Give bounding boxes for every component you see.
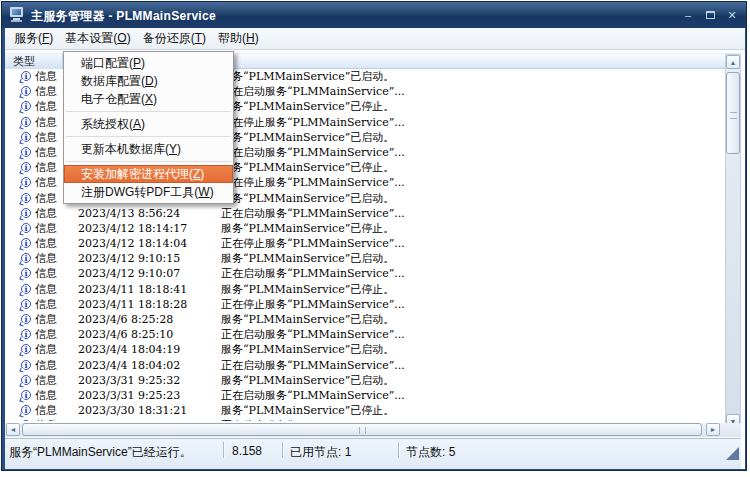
header-type-column[interactable]: 类型 xyxy=(5,54,63,69)
info-icon: i xyxy=(21,375,31,385)
log-message: 正在启动服务“PLMMainService”... xyxy=(221,359,405,372)
log-message: 正在停止服务“PLMMainService”... xyxy=(221,176,405,189)
menu-item-a[interactable]: 系统授权(A) xyxy=(64,115,233,133)
log-time: 2023/3/31 9:25:32 xyxy=(78,374,180,387)
info-icon: i xyxy=(21,101,31,111)
scroll-right-icon[interactable]: ► xyxy=(706,423,720,436)
log-message: 正在停止服务“PLMMainService”... xyxy=(221,298,405,311)
resize-grip[interactable] xyxy=(726,447,739,460)
menu-item-d[interactable]: 数据库配置(D) xyxy=(64,72,233,90)
info-icon: i xyxy=(21,147,31,157)
info-icon: i xyxy=(21,268,31,278)
log-type: 信息 xyxy=(35,116,57,129)
log-time: 2023/4/12 9:10:07 xyxy=(78,267,180,280)
log-type: 信息 xyxy=(35,283,57,296)
log-message: 正在停止服务“PLMMainService”... xyxy=(221,237,405,250)
log-row[interactable]: i信息2023/4/6 8:25:28服务“PLMMainService”已启动… xyxy=(5,312,722,327)
log-message: 正在启动服务“PLMMainService”... xyxy=(221,267,405,280)
log-row[interactable]: i信息2023/4/12 18:14:17服务“PLMMainService”已… xyxy=(5,221,722,236)
horizontal-scroll-thumb[interactable] xyxy=(22,423,702,436)
menu-item-y[interactable]: 更新本机数据库(Y) xyxy=(64,140,233,158)
log-time: 2023/3/30 18:31:21 xyxy=(78,404,187,417)
main-window: 主服务管理器 - PLMMainService – ✕ 服务(F)基本设置(O)… xyxy=(1,1,747,471)
log-message: 服务“PLMMainService”已停止。 xyxy=(221,283,394,296)
app-icon xyxy=(10,7,26,22)
maximize-button[interactable] xyxy=(702,7,718,23)
log-message: 服务“PLMMainService”已启动。 xyxy=(221,70,394,83)
log-message: 正在启动服务“PLMMainService”... xyxy=(221,328,405,341)
maximize-icon xyxy=(706,11,715,19)
info-icon: i xyxy=(21,284,31,294)
log-type: 信息 xyxy=(35,176,57,189)
menubar-item-f[interactable]: 服务(F) xyxy=(8,28,59,49)
log-message: 正在启动服务“PLMMainService”... xyxy=(221,85,405,98)
log-row[interactable]: i信息2023/4/13 8:56:24正在启动服务“PLMMainServic… xyxy=(5,206,722,221)
log-type: 信息 xyxy=(35,359,57,372)
log-row[interactable]: i信息2023/3/30 18:31:08正在停止服务“PLMMainServi… xyxy=(5,418,722,421)
log-message: 服务“PLMMainService”已启动。 xyxy=(221,313,394,326)
log-time: 2023/4/13 8:56:24 xyxy=(78,207,180,220)
info-icon: i xyxy=(21,86,31,96)
info-icon: i xyxy=(21,162,31,172)
log-type: 信息 xyxy=(35,252,57,265)
log-row[interactable]: i信息2023/4/12 9:10:07正在启动服务“PLMMainServic… xyxy=(5,266,722,281)
info-icon: i xyxy=(21,223,31,233)
log-row[interactable]: i信息2023/4/4 18:04:19服务“PLMMainService”已启… xyxy=(5,342,722,357)
log-row[interactable]: i信息2023/4/4 18:04:02正在启动服务“PLMMainServic… xyxy=(5,358,722,373)
scroll-left-icon[interactable]: ◄ xyxy=(6,423,20,436)
log-row[interactable]: i信息2023/3/31 9:25:23正在启动服务“PLMMainServic… xyxy=(5,388,722,403)
log-type: 信息 xyxy=(35,222,57,235)
close-button[interactable]: ✕ xyxy=(724,7,740,23)
log-time: 2023/4/4 18:04:02 xyxy=(78,359,180,372)
info-icon: i xyxy=(21,299,31,309)
log-type: 信息 xyxy=(35,70,57,83)
menubar-item-t[interactable]: 备份还原(T) xyxy=(137,28,212,49)
menu-separator xyxy=(66,161,231,162)
menubar-item-h[interactable]: 帮助(H) xyxy=(212,28,265,49)
statusbar: 服务“PLMMainService”已经运行。 8.158 已用节点: 1 节点… xyxy=(5,438,741,469)
menubar-item-o[interactable]: 基本设置(O) xyxy=(59,28,136,49)
info-icon: i xyxy=(21,405,31,415)
menu-item-z[interactable]: 安装加解密进程代理(Z) xyxy=(64,165,233,183)
log-type: 信息 xyxy=(35,237,57,250)
log-type: 信息 xyxy=(35,207,57,220)
info-icon: i xyxy=(21,177,31,187)
log-row[interactable]: i信息2023/4/12 18:14:04正在停止服务“PLMMainServi… xyxy=(5,236,722,251)
info-icon: i xyxy=(21,132,31,142)
log-type: 信息 xyxy=(35,374,57,387)
log-row[interactable]: i信息2023/4/6 8:25:10正在启动服务“PLMMainService… xyxy=(5,327,722,342)
log-type: 信息 xyxy=(35,328,57,341)
window-title: 主服务管理器 - PLMMainService xyxy=(31,8,216,25)
menu-separator xyxy=(66,136,231,137)
vertical-scroll-thumb[interactable] xyxy=(726,72,740,154)
minimize-button[interactable]: – xyxy=(680,7,696,23)
log-row[interactable]: i信息2023/3/30 18:31:21服务“PLMMainService”已… xyxy=(5,403,722,418)
log-row[interactable]: i信息2023/4/11 18:18:28正在停止服务“PLMMainServi… xyxy=(5,297,722,312)
menu-item-p[interactable]: 端口配置(P) xyxy=(64,54,233,72)
status-separator xyxy=(282,442,283,458)
log-row[interactable]: i信息2023/3/31 9:25:32服务“PLMMainService”已启… xyxy=(5,373,722,388)
status-separator xyxy=(398,442,399,458)
menu-item-w[interactable]: 注册DWG转PDF工具(W) xyxy=(64,183,233,201)
scroll-up-icon[interactable]: ▲ xyxy=(726,55,740,69)
menu-item-x[interactable]: 电子仓配置(X) xyxy=(64,90,233,108)
log-type: 信息 xyxy=(35,313,57,326)
log-type: 信息 xyxy=(35,131,57,144)
screen: 主服务管理器 - PLMMainService – ✕ 服务(F)基本设置(O)… xyxy=(0,0,750,477)
log-message: 服务“PLMMainService”已启动。 xyxy=(221,374,394,387)
log-row[interactable]: i信息2023/4/12 9:10:15服务“PLMMainService”已启… xyxy=(5,251,722,266)
log-time: 2023/3/30 18:31:08 xyxy=(78,419,187,421)
log-type: 信息 xyxy=(35,419,57,421)
menu-separator xyxy=(66,111,231,112)
horizontal-scrollbar[interactable]: ◄ ► xyxy=(5,423,741,437)
status-version: 8.158 xyxy=(232,444,262,458)
log-time: 2023/4/12 9:10:15 xyxy=(78,252,180,265)
log-row[interactable]: i信息2023/4/11 18:18:41服务“PLMMainService”已… xyxy=(5,282,722,297)
log-type: 信息 xyxy=(35,100,57,113)
log-message: 服务“PLMMainService”已停止。 xyxy=(221,100,394,113)
vertical-scrollbar[interactable]: ▲ ▼ xyxy=(725,54,741,431)
menubar: 服务(F)基本设置(O)备份还原(T)帮助(H) xyxy=(5,28,745,50)
popup-menu: 端口配置(P)数据库配置(D)电子仓配置(X)系统授权(A)更新本机数据库(Y)… xyxy=(63,51,234,204)
log-time: 2023/4/4 18:04:19 xyxy=(78,343,180,356)
log-time: 2023/4/12 18:14:17 xyxy=(78,222,187,235)
